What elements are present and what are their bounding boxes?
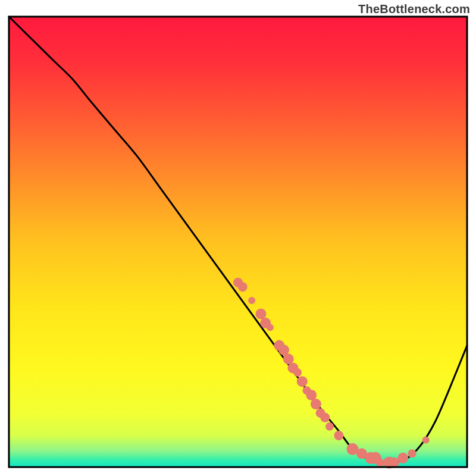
attribution-label: TheBottleneck.com [358,2,470,16]
curve-marker [334,431,343,440]
curve-marker [238,282,248,292]
curve-marker [311,399,321,409]
curve-marker [325,422,334,431]
bottleneck-curve-chart [0,0,476,476]
curve-marker [422,437,430,444]
curve-marker [408,449,416,458]
curve-marker [320,413,330,422]
curve-marker [248,297,255,304]
curve-marker [397,453,408,464]
curve-marker [376,458,384,466]
curve-marker [267,324,274,331]
chart-stage: TheBottleneck.com [0,0,476,476]
curve-marker [293,368,302,377]
curve-marker [297,376,308,387]
